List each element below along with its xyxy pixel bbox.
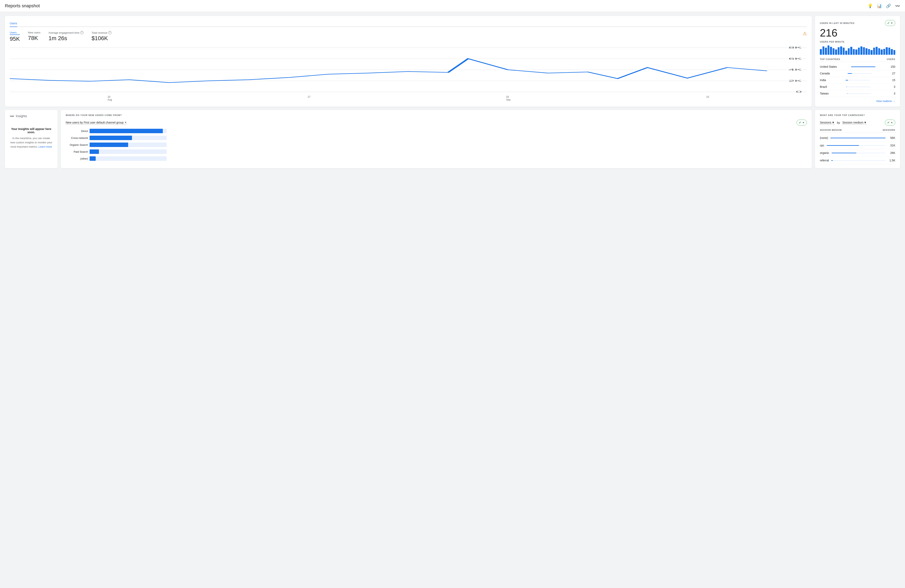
session-medium-label: Session medium [842,121,864,124]
country-row: United States 150 [820,64,895,70]
metric-engagement-label: Average engagement time ? [48,31,83,34]
svg-text:4K: 4K [788,68,802,71]
header-actions: 💡 📊 🔗 〰️ [868,3,900,8]
users-per-minute-label: USERS PER MINUTE [820,41,895,43]
campaigns-status-badge[interactable]: ✔ ▼ [885,120,895,126]
bar-label: Organic Search [66,143,88,146]
bar-fill [90,143,128,147]
session-row: referral 1.5K [820,157,895,164]
x-label-sep10: 10 [707,95,709,101]
country-name: Taiwan [820,92,829,95]
mini-bar-item [876,47,878,55]
green-check-icon-3: ✔ [887,121,890,124]
line-chart: 8K 6K 4K 2K 0 20Aug 27 03Sep 10 [10,45,807,94]
campaigns-section-title: WHAT ARE YOUR TOP CAMPAIGNS? [820,114,895,116]
main-content: Users Users 95K New users 78K Average en… [0,12,905,172]
insights-icon: 〰️ [10,114,14,118]
green-check-icon: ✔ [887,21,890,25]
insights-body: Your Insights will appear here soon. In … [10,123,53,153]
mini-bar-item [827,45,830,55]
realtime-count: 216 [820,28,895,38]
engagement-info-icon[interactable]: ? [80,31,84,34]
session-bar-wrap [830,138,886,138]
session-name: cpc [820,144,824,147]
lightbulb-icon[interactable]: 💡 [868,3,873,8]
mini-bar-item [888,48,891,55]
metrics-row: Users 95K New users 78K Average engageme… [10,31,807,42]
country-row: Taiwan 3 [820,90,895,97]
mini-bar-item [855,49,857,55]
new-users-status-badge[interactable]: ✔ ▼ [797,120,807,126]
share-icon[interactable]: 🔗 [886,3,891,8]
mini-bar-item [858,48,860,55]
new-users-section-title: WHERE DO YOUR NEW USERS COME FROM? [66,114,807,116]
x-label-aug27: 27 [308,95,310,101]
sessions-dropdown[interactable]: Sessions ▼ [820,121,835,124]
session-row: organic 26K [820,149,895,157]
x-label-aug20: 20Aug [108,95,112,101]
svg-text:2K: 2K [788,79,802,82]
view-realtime-anchor[interactable]: View realtime → [876,100,895,103]
country-bar-wrap [848,73,872,74]
session-name: referral [820,159,829,162]
session-medium-arrow: ▼ [864,121,867,124]
bar-outer [90,136,167,140]
session-count: 26K [888,151,895,154]
tab-users[interactable]: Users [10,20,17,27]
revenue-info-icon[interactable]: ? [108,31,111,34]
insights-label: Insights [16,114,27,118]
bar-fill [90,149,99,154]
session-row: cpc 31K [820,142,895,149]
mini-bar-item [830,47,832,55]
chart-x-labels: 20Aug 27 03Sep 10 [10,95,807,101]
sessions-list: (none) 56K cpc 31K organic 26K referral … [820,134,895,164]
metric-new-users: New users 78K [28,31,40,41]
realtime-card: USERS IN LAST 30 MINUTES ✔ ▼ 216 USERS P… [815,16,900,106]
insights-body-title: Your Insights will appear here soon. [10,127,53,134]
metric-engagement: Average engagement time ? 1m 26s [48,31,83,41]
users-col: USERS [887,58,895,60]
bar-fill [90,129,163,133]
view-realtime-link[interactable]: View realtime → [820,99,895,103]
session-bar-wrap [827,145,886,146]
mini-bar-item [845,51,847,55]
chart-icon[interactable]: 📊 [877,3,882,8]
new-users-dropdown[interactable]: New users by First user default channel … [66,121,127,124]
top-countries-col: TOP COUNTRIES [820,58,840,60]
svg-text:6K: 6K [788,57,802,60]
bar-label: Cross-network [66,137,88,140]
learn-more-link[interactable]: Learn more [38,145,52,148]
mini-bar-chart [820,44,895,55]
dropdown-arrow-icon: ▼ [124,121,127,124]
session-bar [827,145,859,146]
insights-title: 〰️ Insights [10,114,53,118]
country-count: 27 [889,72,895,75]
green-check-icon-2: ✔ [799,121,802,124]
metric-revenue-label: Total revenue ? [92,31,111,34]
country-name: Brazil [820,85,827,88]
realtime-status-badge[interactable]: ✔ ▼ [885,20,895,26]
session-medium-dropdown[interactable]: Session medium ▼ [842,121,867,124]
country-bar-wrap [847,93,871,94]
session-medium-col: SESSION MEDIUM [820,129,842,131]
bar-outer [90,143,167,147]
country-bar [851,67,875,67]
realtime-header: USERS IN LAST 30 MINUTES ✔ ▼ [820,20,895,26]
bottom-row: 〰️ Insights Your Insights will appear he… [5,110,900,168]
trending-icon[interactable]: 〰️ [895,3,900,8]
sessions-table-header: SESSION MEDIUM SESSIONS [820,129,895,133]
new-users-bar-chart: Direct Cross-network Organic Search Paid… [66,129,807,161]
sessions-dropdown-arrow: ▼ [832,121,835,124]
country-bar-wrap [846,80,870,81]
countries-list: United States 150 Canada 27 India 15 Bra… [820,64,895,97]
metric-users-label: Users [10,31,20,35]
metrics-chart-card: Users Users 95K New users 78K Average en… [5,16,812,106]
country-bar [846,80,848,81]
bar-fill [90,156,96,161]
mini-bar-item [861,46,862,55]
country-row: India 15 [820,77,895,84]
mini-bar-item [822,46,824,55]
svg-text:8K: 8K [788,46,802,49]
bar-row: Organic Search [66,143,807,147]
mini-bar-item [873,48,875,55]
